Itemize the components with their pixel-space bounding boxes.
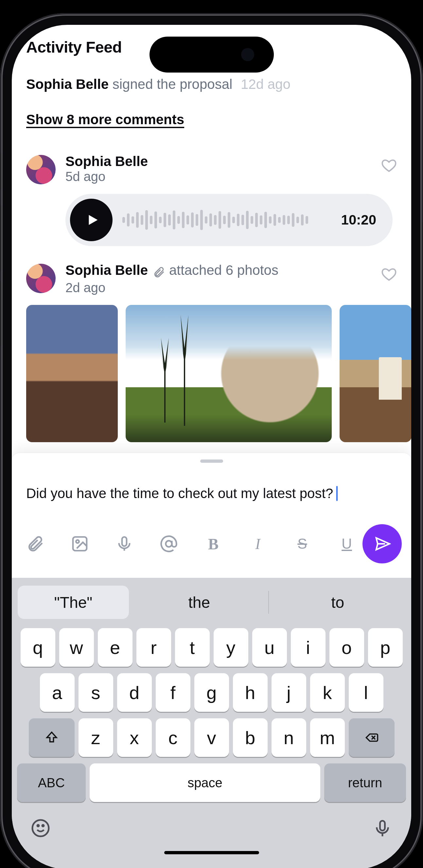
activity-event: Sophia Belle signed the proposal 12d ago bbox=[26, 76, 397, 92]
italic-button[interactable]: I bbox=[249, 535, 267, 553]
send-button[interactable] bbox=[363, 524, 402, 563]
comment-voice: Sophia Belle 5d ago 10:20 bbox=[26, 154, 397, 246]
return-key[interactable]: return bbox=[324, 764, 406, 802]
event-action: signed the proposal bbox=[113, 76, 233, 92]
svg-point-4 bbox=[32, 820, 49, 836]
activity-feed: Activity Feed Sophia Belle signed the pr… bbox=[12, 25, 411, 453]
key-i[interactable]: i bbox=[291, 628, 326, 667]
strike-button[interactable]: S bbox=[293, 535, 311, 553]
attachment-text: attached 6 photos bbox=[169, 262, 278, 278]
play-button[interactable] bbox=[70, 199, 113, 241]
key-h[interactable]: h bbox=[233, 673, 267, 712]
key-x[interactable]: x bbox=[117, 718, 152, 757]
key-p[interactable]: p bbox=[368, 628, 403, 667]
photo-thumb[interactable] bbox=[26, 305, 118, 442]
suggestion[interactable]: the bbox=[130, 584, 268, 620]
svg-point-6 bbox=[42, 825, 44, 827]
svg-point-5 bbox=[37, 825, 39, 827]
key-b[interactable]: b bbox=[233, 718, 267, 757]
image-icon[interactable] bbox=[70, 535, 89, 553]
comment-author: Sophia Belle bbox=[65, 262, 148, 278]
key-o[interactable]: o bbox=[330, 628, 364, 667]
comment-photos: Sophia Belle attached 6 photos 2d ago bbox=[26, 262, 397, 442]
comment-time: 2d ago bbox=[65, 280, 367, 295]
space-key[interactable]: space bbox=[90, 764, 320, 802]
message-input[interactable]: Did you have the time to check out my la… bbox=[12, 486, 411, 524]
heart-icon[interactable] bbox=[381, 266, 397, 282]
photo-thumb[interactable] bbox=[340, 305, 411, 442]
avatar[interactable] bbox=[26, 155, 56, 184]
key-r[interactable]: r bbox=[136, 628, 171, 667]
key-w[interactable]: w bbox=[59, 628, 94, 667]
key-t[interactable]: t bbox=[175, 628, 210, 667]
key-z[interactable]: z bbox=[79, 718, 113, 757]
shift-key[interactable] bbox=[29, 718, 75, 757]
underline-button[interactable]: U bbox=[338, 535, 356, 553]
voice-message: 10:20 bbox=[65, 194, 393, 246]
show-more-link[interactable]: Show 8 more comments bbox=[26, 112, 184, 127]
key-j[interactable]: j bbox=[272, 673, 306, 712]
svg-point-1 bbox=[76, 540, 79, 543]
key-k[interactable]: k bbox=[310, 673, 345, 712]
mic-icon[interactable] bbox=[115, 535, 134, 553]
key-a[interactable]: a bbox=[40, 673, 75, 712]
photo-thumb[interactable] bbox=[125, 305, 332, 442]
key-s[interactable]: s bbox=[79, 673, 113, 712]
key-q[interactable]: q bbox=[21, 628, 55, 667]
suggestion-bar: "The" the to bbox=[16, 584, 407, 620]
comment-time: 5d ago bbox=[65, 169, 367, 184]
input-text: Did you have the time to check out my la… bbox=[26, 486, 333, 501]
bold-button[interactable]: B bbox=[204, 535, 222, 553]
dynamic-island bbox=[149, 37, 274, 72]
key-n[interactable]: n bbox=[272, 718, 306, 757]
key-m[interactable]: m bbox=[310, 718, 345, 757]
voice-duration: 10:20 bbox=[341, 212, 376, 228]
avatar[interactable] bbox=[26, 264, 56, 293]
waveform[interactable] bbox=[122, 207, 331, 233]
suggestion[interactable]: "The" bbox=[18, 586, 129, 619]
sheet-grabber[interactable] bbox=[200, 460, 223, 463]
abc-key[interactable]: ABC bbox=[17, 764, 86, 802]
svg-point-3 bbox=[166, 541, 172, 547]
heart-icon[interactable] bbox=[381, 157, 397, 173]
event-actor: Sophia Belle bbox=[26, 76, 109, 92]
svg-rect-7 bbox=[380, 821, 385, 831]
backspace-key[interactable] bbox=[349, 718, 395, 757]
key-e[interactable]: e bbox=[98, 628, 133, 667]
key-c[interactable]: c bbox=[156, 718, 190, 757]
suggestion[interactable]: to bbox=[269, 584, 407, 620]
key-g[interactable]: g bbox=[194, 673, 229, 712]
emoji-icon[interactable] bbox=[31, 818, 50, 838]
key-v[interactable]: v bbox=[194, 718, 229, 757]
key-f[interactable]: f bbox=[156, 673, 190, 712]
dictation-icon[interactable] bbox=[373, 818, 392, 838]
home-indicator[interactable] bbox=[164, 851, 259, 854]
keyboard: "The" the to qwertyuiop asdfghjkl zxcvbn… bbox=[12, 578, 411, 868]
key-l[interactable]: l bbox=[349, 673, 384, 712]
composer-sheet: Did you have the time to check out my la… bbox=[12, 453, 411, 578]
key-u[interactable]: u bbox=[252, 628, 287, 667]
event-time: 12d ago bbox=[241, 76, 290, 92]
key-y[interactable]: y bbox=[214, 628, 248, 667]
photo-thumbnails[interactable] bbox=[26, 305, 411, 442]
comment-author: Sophia Belle bbox=[65, 154, 367, 169]
text-cursor bbox=[336, 486, 338, 501]
mention-icon[interactable] bbox=[160, 535, 178, 553]
paperclip-icon bbox=[153, 266, 165, 278]
key-d[interactable]: d bbox=[117, 673, 152, 712]
svg-rect-2 bbox=[122, 537, 126, 546]
attach-icon[interactable] bbox=[26, 535, 45, 553]
